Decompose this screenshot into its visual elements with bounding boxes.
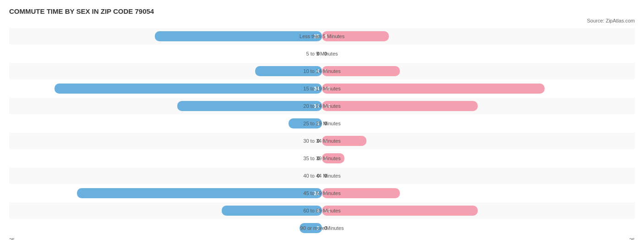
female-bar: 20 xyxy=(322,84,545,94)
right-section: 2 xyxy=(322,150,635,167)
left-section: 9 xyxy=(9,202,322,219)
chart-row: 1320 to 24 Minutes14 xyxy=(9,98,635,114)
source-label: Source: ZipAtlas.com xyxy=(9,18,635,23)
left-section: 15 xyxy=(9,28,322,45)
page-title: COMMUTE TIME BY SEX IN ZIP CODE 79054 xyxy=(9,7,635,15)
male-bar: 13 xyxy=(177,101,322,111)
row-label: 90 or more Minutes xyxy=(300,225,344,231)
axis-labels: 25 25 xyxy=(9,237,635,240)
left-section: 0 xyxy=(9,133,322,149)
chart-row: 290 or more Minutes0 xyxy=(9,220,635,236)
right-section: 0 xyxy=(322,115,635,132)
right-section: 20 xyxy=(322,80,635,97)
left-section: 6 xyxy=(9,63,322,79)
male-bar: 24 xyxy=(55,84,322,94)
right-section: 0 xyxy=(322,167,635,184)
chart-row: 610 to 14 Minutes7 xyxy=(9,63,635,79)
row-label: 15 to 19 Minutes xyxy=(303,86,340,91)
row-label: 60 to 89 Minutes xyxy=(303,208,340,213)
chart-row: 2415 to 19 Minutes20 xyxy=(9,80,635,97)
right-section: 4 xyxy=(322,133,635,149)
row-label: 5 to 9 Minutes xyxy=(306,51,338,56)
row-label: 40 to 44 Minutes xyxy=(303,173,340,179)
right-section: 7 xyxy=(322,63,635,79)
chart-row: 15Less than 5 Minutes6 xyxy=(9,28,635,45)
female-bar: 14 xyxy=(322,206,478,216)
left-section: 2 xyxy=(9,220,322,236)
chart-row: 035 to 39 Minutes2 xyxy=(9,150,635,167)
left-section: 0 xyxy=(9,167,322,184)
row-label: 35 to 39 Minutes xyxy=(303,156,340,161)
row-label: 10 to 14 Minutes xyxy=(303,68,340,74)
chart-row: 960 to 89 Minutes14 xyxy=(9,202,635,219)
right-section: 6 xyxy=(322,28,635,45)
male-bar: 15 xyxy=(155,31,322,41)
left-section: 0 xyxy=(9,150,322,167)
row-label: 45 to 59 Minutes xyxy=(303,190,340,196)
left-section: 3 xyxy=(9,115,322,132)
row-label: 30 to 34 Minutes xyxy=(303,138,340,144)
axis-right: 25 xyxy=(629,237,635,240)
row-label: 25 to 29 Minutes xyxy=(303,121,340,126)
left-section: 22 xyxy=(9,185,322,201)
male-bar: 22 xyxy=(77,188,322,198)
row-label: 20 to 24 Minutes xyxy=(303,103,340,109)
chart-row: 030 to 34 Minutes4 xyxy=(9,133,635,149)
axis-left: 25 xyxy=(9,237,15,240)
left-section: 24 xyxy=(9,80,322,97)
chart-row: 040 to 44 Minutes0 xyxy=(9,167,635,184)
row-label: Less than 5 Minutes xyxy=(300,33,344,39)
chart-row: 325 to 29 Minutes0 xyxy=(9,115,635,132)
right-section: 14 xyxy=(322,202,635,219)
chart-area: 15Less than 5 Minutes605 to 9 Minutes061… xyxy=(9,28,635,236)
chart-row: 2245 to 59 Minutes7 xyxy=(9,185,635,201)
right-section: 0 xyxy=(322,220,635,236)
left-section: 13 xyxy=(9,98,322,114)
right-section: 0 xyxy=(322,45,635,62)
chart-row: 05 to 9 Minutes0 xyxy=(9,45,635,62)
right-section: 7 xyxy=(322,185,635,201)
female-bar: 14 xyxy=(322,101,478,111)
right-section: 14 xyxy=(322,98,635,114)
left-section: 0 xyxy=(9,45,322,62)
